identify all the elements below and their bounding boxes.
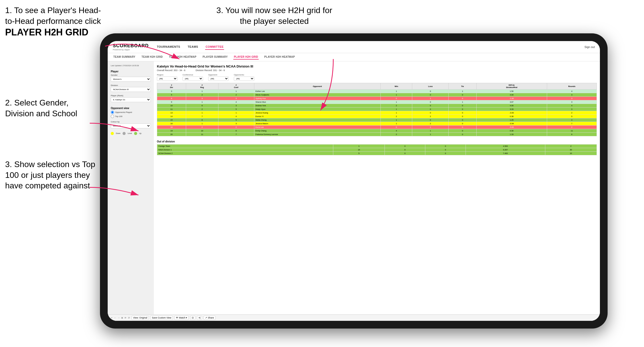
subnav-player-h2h-grid[interactable]: PLAYER H2H GRID [233,55,259,60]
subnav-team-h2h-heatmap[interactable]: TEAM H2H HEATMAP [168,55,197,60]
table-cell: 4 [218,115,254,118]
table-cell: 9 [157,100,186,104]
opponents-label: Opponents: [234,74,254,76]
step2-text: 2. Select Gender, Division and School [5,98,77,118]
table-row: 20117Federica Domecq Lacroze2101.336 [157,133,597,136]
opponents-label-select[interactable]: (All) [234,76,254,81]
gender-label: Gender [111,74,151,76]
save-custom-view-btn[interactable]: Save Custom View [154,316,173,320]
table-cell: 10 [157,104,186,108]
player-section-title: Player [111,70,151,73]
up-dot [134,132,137,135]
conference-filter: Conference (All) [183,74,203,81]
player-rank-select[interactable]: 8. Katelyn Vo [111,97,151,102]
table-row: 1474Eunice Yi2200.389 [157,115,597,118]
level-label: Level [128,132,132,134]
table-cell: 1.25 [476,118,547,122]
subnav-player-summary[interactable]: PLAYER SUMMARY [202,55,228,60]
conference-filter-select[interactable]: (All) [183,76,203,81]
ood-table-cell: 0 [385,152,425,155]
table-cell: 16 [157,122,186,126]
gender-select[interactable]: Women's [111,77,151,82]
table-cell: 0 [412,93,449,97]
table-cell: 6 [218,129,254,133]
table-cell: 3 [186,97,218,100]
colour-legend: Down Level Up [111,132,151,135]
nav-committee[interactable]: COMMITTEE [205,44,224,50]
table-cell: 7 [186,115,218,118]
watch-btn[interactable]: 👁 Watch ▾ [174,316,189,320]
ood-table-cell: 4.500 [466,144,545,148]
nav-teams[interactable]: TEAMS [187,44,199,50]
table-cell: 0 [449,122,476,126]
sidebar: Last Updated: 27/03/2024 16:55:38 Player… [108,61,154,321]
table-cell: 0 [449,115,476,118]
table-cell: 0 [449,108,476,111]
division-record: Division Record: 331 - 34 - 6 [196,69,225,72]
table-cell: 2 [186,108,218,111]
col-rounds: Rounds [547,83,597,90]
table-cell: 1 [186,111,218,115]
table-cell: 3 [157,90,186,93]
ood-table-cell: 15 [333,148,385,152]
table-cell: Stella Cheng [254,118,381,122]
table-cell: 2 [381,133,412,136]
sign-out-button[interactable]: Sign out [585,45,595,49]
table-cell: 1 [412,97,449,100]
ood-table-cell: 9.267 [466,148,545,152]
table-cell: 0 [412,118,449,122]
ood-table-cell: 0 [385,148,425,152]
table-row: 1063Andrea York2004.004 [157,104,597,108]
table-cell: 13 [157,111,186,115]
layout-btn[interactable]: ⊡ [190,316,195,320]
ood-table-cell: Foreign Team [157,144,333,148]
opponent-filter-label: Opponent [208,74,229,76]
table-cell: 19 [157,129,186,133]
table-header-row: #Div #Reg #Conf Opponent Win Loss Tie Di… [157,83,597,90]
subnav-team-summary[interactable]: TEAM SUMMARY [113,55,136,60]
col-conf: #Conf [218,83,254,90]
division-select[interactable]: NCAA Division III [111,87,151,92]
table-cell: 7 [218,133,254,136]
table-cell: Emily Chang [254,129,381,133]
radio-opponents-played[interactable]: Opponents Played [111,111,151,114]
ood-table-cell: 2 [545,144,597,148]
page-title: Katelyn Vo Head-to-Head Grid for Women's… [157,64,597,68]
table-cell: Euna Lee [254,126,381,129]
region-filter-select[interactable]: (All) [157,76,177,81]
table-cell: 4 [547,104,597,108]
table-cell: 0 [449,126,476,129]
table-cell: 2 [547,111,597,115]
up-label: Up [139,132,142,134]
col-tie: Tie [449,83,476,90]
table-cell: 3.67 [476,100,547,104]
opponent-filter-select[interactable]: (All) [208,76,229,81]
table-cell: 1 [381,90,412,93]
level-dot [123,132,126,135]
menu-btn[interactable]: ≡| [197,316,202,320]
step3-right-text: 3. You will now see H2H grid for the pla… [216,6,332,26]
table-cell: 3 [547,93,597,97]
table-cell: 5 [218,108,254,111]
ood-table-cell: 5 [333,152,385,155]
opponent-filter: Opponent (All) [208,74,229,81]
radio-top100[interactable]: Top 100 [111,115,151,118]
table-cell: 0 [449,118,476,122]
ood-table-row: NAIA Division 115009.26730 [157,148,597,152]
out-of-division-table: Foreign Team1004.5002NAIA Division 11500… [157,144,597,155]
table-cell: 3 [547,100,597,104]
tablet-device: SCOREBOARD Powered by clippd TOURNAMENTS… [100,33,608,329]
share-btn[interactable]: ↗ Share [204,316,216,320]
nav-tournaments[interactable]: TOURNAMENTS [156,44,181,50]
table-cell: 0 [449,104,476,108]
subnav-player-h2h-heatmap[interactable]: PLAYER H2H HEATMAP [264,55,295,60]
main-nav: TOURNAMENTS TEAMS COMMITTEE [156,44,577,50]
division-label: Division [111,84,151,86]
table-cell: 1 [381,93,412,97]
table-cell: 6 [547,133,597,136]
subnav-team-h2h-grid[interactable]: TEAM H2H GRID [141,55,163,60]
instruction-1: 1. To see a Player's Head-to-Head perfor… [5,5,103,38]
colour-select[interactable]: Win/loss [111,123,151,128]
table-cell: 0 [412,90,449,93]
col-loss: Loss [412,83,449,90]
